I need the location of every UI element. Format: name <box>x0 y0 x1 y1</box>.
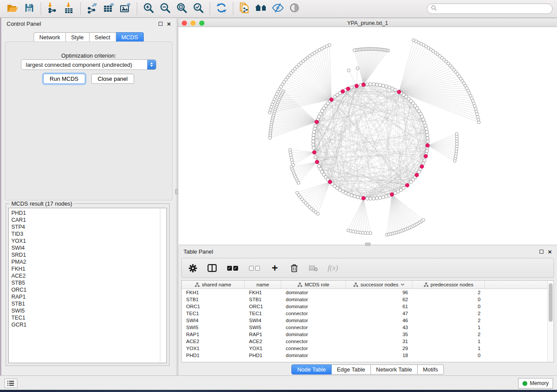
mcds-hub-node[interactable] <box>328 180 332 184</box>
deselect-all-rows-button[interactable] <box>248 266 260 271</box>
tab-mcds[interactable]: MCDS <box>116 32 144 42</box>
search-input[interactable] <box>437 6 549 12</box>
network-node[interactable] <box>381 84 385 87</box>
mcds-result-item[interactable]: STP4 <box>11 224 166 230</box>
network-node[interactable] <box>366 197 369 200</box>
close-panel-icon[interactable]: × <box>167 22 171 26</box>
mcds-result-item[interactable]: ACE2 <box>11 272 166 279</box>
close-panel-button[interactable]: Close panel <box>91 74 135 84</box>
network-node[interactable] <box>378 196 382 199</box>
network-node[interactable] <box>372 83 376 86</box>
network-node[interactable] <box>426 134 429 137</box>
mcds-hub-node[interactable] <box>312 151 316 155</box>
network-node[interactable] <box>312 146 315 150</box>
mcds-hub-node[interactable] <box>341 89 345 93</box>
table-row[interactable]: RAP1RAP1dominator352 <box>182 331 547 338</box>
show-columns-button[interactable] <box>207 264 217 272</box>
network-node[interactable] <box>356 196 360 199</box>
network-node[interactable] <box>378 83 382 87</box>
network-overview-button[interactable] <box>253 1 270 16</box>
criterion-dropdown[interactable]: largest connected component (undirected) <box>21 59 156 70</box>
network-node[interactable] <box>375 196 379 200</box>
network-node[interactable] <box>369 232 372 235</box>
network-node[interactable] <box>476 115 479 118</box>
network-node[interactable] <box>387 86 391 89</box>
zoom-in-button[interactable] <box>140 1 157 16</box>
table-row[interactable]: SWI4SWI4dominator462 <box>182 317 547 324</box>
mcds-hub-node[interactable] <box>397 90 401 94</box>
network-node[interactable] <box>412 39 415 42</box>
mcds-hub-node[interactable] <box>355 84 359 88</box>
network-node[interactable] <box>353 49 356 52</box>
open-file-button[interactable] <box>4 1 21 16</box>
tab-select[interactable]: Select <box>90 32 116 42</box>
mcds-result-item[interactable]: SRD1 <box>11 251 166 258</box>
mcds-result-item[interactable]: TID3 <box>11 230 166 237</box>
network-node[interactable] <box>269 137 272 140</box>
import-table-button[interactable] <box>61 1 77 16</box>
show-graphics-details-button[interactable] <box>286 1 303 16</box>
network-node[interactable] <box>316 212 319 215</box>
network-node[interactable] <box>350 194 353 197</box>
column-header-MCDS-role[interactable]: MCDS role <box>281 281 346 289</box>
mcds-result-item[interactable]: STB1 <box>11 300 166 307</box>
mcds-hub-node[interactable] <box>346 87 350 91</box>
horizontal-splitter-handle[interactable] <box>365 243 370 246</box>
network-node[interactable] <box>477 118 480 121</box>
column-header-name[interactable]: name <box>245 281 281 289</box>
network-canvas[interactable] <box>178 27 557 244</box>
network-node[interactable] <box>381 196 385 199</box>
network-node[interactable] <box>356 67 359 70</box>
network-node[interactable] <box>425 130 429 134</box>
export-table-button[interactable] <box>100 1 117 16</box>
network-node[interactable] <box>311 143 315 147</box>
network-node[interactable] <box>311 137 315 140</box>
create-column-button[interactable]: + <box>270 264 280 272</box>
mcds-result-item[interactable]: SWI4 <box>11 244 166 251</box>
network-node[interactable] <box>369 197 372 200</box>
mcds-result-item[interactable]: GCR1 <box>11 321 166 328</box>
table-tab-network-table[interactable]: Network Table <box>371 364 418 375</box>
mcds-hub-node[interactable] <box>315 160 319 164</box>
table-row[interactable]: FKH1FKH1dominator962 <box>182 289 547 296</box>
memory-button[interactable]: Memory <box>518 378 553 389</box>
network-node[interactable] <box>384 85 388 88</box>
table-tab-edge-table[interactable]: Edge Table <box>332 364 371 375</box>
network-node[interactable] <box>313 127 316 131</box>
column-header-predecessor-nodes[interactable]: predecessor nodes <box>412 281 485 289</box>
mcds-list-scrollbar[interactable] <box>160 209 160 362</box>
mcds-result-item[interactable]: TEC1 <box>11 314 166 321</box>
network-node[interactable] <box>350 86 353 89</box>
export-image-button[interactable] <box>117 1 134 16</box>
table-scrollbar[interactable] <box>547 281 554 362</box>
mcds-result-item[interactable]: STB5 <box>11 279 166 286</box>
table-scrollbar-thumb[interactable] <box>549 283 553 322</box>
network-node[interactable] <box>314 155 317 159</box>
network-node[interactable] <box>372 197 376 200</box>
network-node[interactable] <box>347 69 350 72</box>
network-node[interactable] <box>375 83 379 86</box>
table-mode-button[interactable] <box>188 264 197 272</box>
network-node[interactable] <box>333 95 337 99</box>
network-node[interactable] <box>426 140 429 143</box>
mcds-result-item[interactable]: FKH1 <box>11 265 166 272</box>
select-all-rows-button[interactable]: ✓✓ <box>226 266 239 271</box>
mcds-hub-node[interactable] <box>390 193 394 196</box>
mcds-result-item[interactable]: SWI5 <box>11 307 166 314</box>
network-node[interactable] <box>366 83 369 86</box>
tab-network[interactable]: Network <box>34 32 66 42</box>
table-row[interactable]: YOX1YOX1connector291 <box>182 345 547 352</box>
mcds-hub-node[interactable] <box>315 120 319 124</box>
delete-table-button[interactable] <box>308 265 318 272</box>
mcds-hub-node[interactable] <box>362 83 366 87</box>
mcds-hub-node[interactable] <box>426 144 429 148</box>
network-node[interactable] <box>312 134 315 137</box>
table-tab-motifs[interactable]: Motifs <box>418 364 444 375</box>
task-history-button[interactable] <box>4 378 17 388</box>
mcds-result-item[interactable]: PHD1 <box>11 210 166 217</box>
network-node[interactable] <box>353 195 356 198</box>
tab-style[interactable]: Style <box>66 32 90 42</box>
table-row[interactable]: ACE2ACE2connector311 <box>182 338 547 345</box>
table-row[interactable]: ORC1ORC1dominator610 <box>182 303 547 310</box>
mcds-result-item[interactable]: RAP1 <box>11 293 166 300</box>
